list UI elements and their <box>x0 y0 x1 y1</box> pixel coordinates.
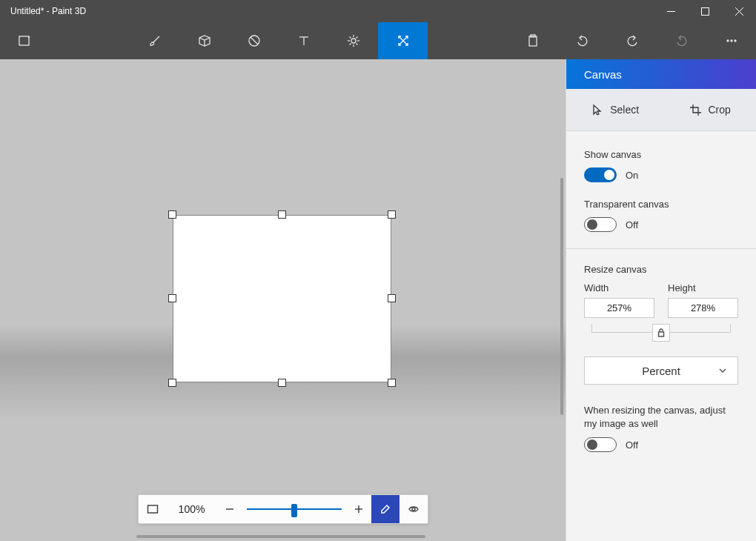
undo-button[interactable] <box>557 22 607 59</box>
width-input[interactable] <box>584 298 654 318</box>
transparent-canvas-label: Transparent canvas <box>584 199 738 210</box>
lock-aspect-button[interactable] <box>652 324 670 342</box>
height-input[interactable] <box>668 298 738 318</box>
minimize-button[interactable] <box>654 0 688 22</box>
window-title: Untitled* - Paint 3D <box>0 6 654 16</box>
resize-handle-s[interactable] <box>278 379 286 387</box>
resize-handle-n[interactable] <box>278 210 286 219</box>
paste-button[interactable] <box>508 22 557 59</box>
adjust-note: When resizing the canvas, adjust my imag… <box>584 404 738 430</box>
workspace[interactable]: 100% <box>0 59 566 541</box>
adjust-image-value: Off <box>626 439 638 451</box>
panel-tabs: Select Crop <box>566 89 756 131</box>
crop-tab-label: Crop <box>708 104 730 116</box>
show-canvas-label: Show canvas <box>584 149 738 160</box>
units-select[interactable]: Percent <box>584 356 738 385</box>
more-button[interactable] <box>706 22 756 59</box>
resize-handle-e[interactable] <box>388 294 396 302</box>
svg-point-12 <box>351 39 356 43</box>
select-tab-label: Select <box>610 104 639 116</box>
view-mode-button[interactable] <box>399 495 428 523</box>
close-button[interactable] <box>722 0 756 22</box>
units-value: Percent <box>642 365 680 377</box>
resize-canvas-label: Resize canvas <box>584 264 738 275</box>
show-canvas-value: On <box>626 170 638 181</box>
resize-handle-w[interactable] <box>168 294 176 302</box>
history-button[interactable] <box>657 22 706 59</box>
horizontal-scrollbar[interactable] <box>136 535 425 538</box>
resize-handle-ne[interactable] <box>388 210 396 219</box>
svg-line-19 <box>356 37 357 39</box>
main-area: 100% Canvas Select <box>0 59 756 541</box>
canvas-selection[interactable] <box>168 210 396 387</box>
shapes-2d-tool[interactable] <box>229 22 279 59</box>
transparent-canvas-toggle[interactable] <box>584 217 617 232</box>
svg-line-17 <box>349 37 351 39</box>
title-bar: Untitled* - Paint 3D <box>0 0 756 22</box>
svg-rect-23 <box>529 36 537 46</box>
zoom-in-button[interactable] <box>346 495 371 523</box>
panel-body: Show canvas On Transparent canvas Off Re… <box>566 131 756 468</box>
zoom-bar: 100% <box>138 494 428 524</box>
svg-line-20 <box>349 44 351 45</box>
select-tab[interactable]: Select <box>591 104 639 116</box>
svg-rect-4 <box>19 36 29 45</box>
resize-handle-sw[interactable] <box>168 379 176 387</box>
svg-point-32 <box>412 508 415 511</box>
svg-line-18 <box>356 44 357 45</box>
show-canvas-toggle[interactable] <box>584 167 617 182</box>
adjust-image-toggle[interactable] <box>584 437 617 452</box>
shapes-3d-tool[interactable] <box>179 22 229 59</box>
effects-tool[interactable] <box>328 22 378 59</box>
svg-point-27 <box>735 40 736 42</box>
zoom-percent[interactable]: 100% <box>167 495 217 523</box>
fit-screen-button[interactable] <box>139 495 167 523</box>
text-tool[interactable] <box>279 22 328 59</box>
svg-rect-33 <box>659 332 664 336</box>
side-panel: Canvas Select Crop Show canvas On Transp… <box>566 59 756 541</box>
width-label: Width <box>584 282 654 293</box>
canvas-tool[interactable] <box>378 22 428 59</box>
svg-rect-1 <box>701 7 709 15</box>
chevron-down-icon <box>718 365 727 377</box>
panel-title: Canvas <box>566 59 756 89</box>
svg-line-5 <box>153 36 159 42</box>
canvas[interactable] <box>173 215 391 382</box>
brushes-tool[interactable] <box>130 22 179 59</box>
height-label: Height <box>668 282 738 293</box>
svg-rect-28 <box>147 505 157 513</box>
edit-mode-button[interactable] <box>371 495 399 523</box>
zoom-out-button[interactable] <box>217 495 242 523</box>
redo-button[interactable] <box>607 22 657 59</box>
svg-line-9 <box>251 37 258 44</box>
window-controls <box>654 0 756 22</box>
maximize-button[interactable] <box>688 0 722 22</box>
zoom-slider[interactable] <box>242 495 346 523</box>
svg-point-26 <box>731 40 732 42</box>
resize-handle-nw[interactable] <box>168 210 176 219</box>
resize-handle-se[interactable] <box>388 379 396 387</box>
top-toolbar <box>0 22 756 59</box>
transparent-canvas-value: Off <box>626 219 638 230</box>
crop-tab[interactable]: Crop <box>689 104 730 116</box>
svg-point-25 <box>727 40 729 42</box>
vertical-scrollbar[interactable] <box>560 178 563 415</box>
menu-button[interactable] <box>0 22 50 59</box>
